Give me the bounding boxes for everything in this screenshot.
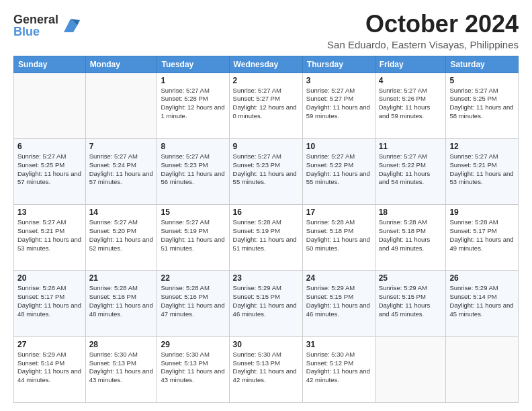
day-number: 7 [89, 142, 154, 151]
day-info: Sunrise: 5:28 AM Sunset: 5:16 PM Dayligh… [89, 284, 154, 318]
col-thursday: Thursday [302, 56, 375, 73]
day-number: 15 [161, 208, 225, 217]
day-number: 1 [161, 76, 225, 85]
day-info: Sunrise: 5:27 AM Sunset: 5:23 PM Dayligh… [161, 152, 225, 187]
calendar-cell: 11Sunrise: 5:27 AM Sunset: 5:22 PM Dayli… [375, 138, 446, 204]
calendar-cell: 19Sunrise: 5:28 AM Sunset: 5:17 PM Dayli… [446, 205, 519, 271]
day-info: Sunrise: 5:28 AM Sunset: 5:16 PM Dayligh… [161, 284, 225, 318]
day-number: 11 [379, 142, 443, 151]
calendar-cell: 8Sunrise: 5:27 AM Sunset: 5:23 PM Daylig… [157, 138, 229, 204]
day-info: Sunrise: 5:28 AM Sunset: 5:17 PM Dayligh… [17, 284, 82, 318]
header-row: Sunday Monday Tuesday Wednesday Thursday… [14, 56, 519, 73]
calendar-cell: 1Sunrise: 5:27 AM Sunset: 5:28 PM Daylig… [157, 73, 229, 138]
calendar-cell [14, 73, 86, 138]
calendar-cell: 22Sunrise: 5:28 AM Sunset: 5:16 PM Dayli… [157, 271, 229, 336]
day-info: Sunrise: 5:28 AM Sunset: 5:18 PM Dayligh… [379, 218, 443, 253]
calendar-cell: 12Sunrise: 5:27 AM Sunset: 5:21 PM Dayli… [446, 138, 519, 204]
calendar-cell: 20Sunrise: 5:28 AM Sunset: 5:17 PM Dayli… [14, 271, 86, 336]
calendar-cell: 21Sunrise: 5:28 AM Sunset: 5:16 PM Dayli… [85, 271, 157, 336]
calendar-cell: 7Sunrise: 5:27 AM Sunset: 5:24 PM Daylig… [85, 138, 157, 204]
col-friday: Friday [375, 56, 446, 73]
day-info: Sunrise: 5:27 AM Sunset: 5:22 PM Dayligh… [379, 152, 443, 187]
logo-icon [61, 16, 80, 35]
day-info: Sunrise: 5:28 AM Sunset: 5:17 PM Dayligh… [449, 218, 515, 253]
calendar-cell: 25Sunrise: 5:29 AM Sunset: 5:15 PM Dayli… [375, 271, 446, 336]
day-info: Sunrise: 5:29 AM Sunset: 5:14 PM Dayligh… [17, 351, 82, 385]
calendar-week-3: 13Sunrise: 5:27 AM Sunset: 5:21 PM Dayli… [14, 205, 519, 271]
calendar-header: Sunday Monday Tuesday Wednesday Thursday… [14, 56, 519, 73]
day-info: Sunrise: 5:27 AM Sunset: 5:21 PM Dayligh… [17, 218, 82, 253]
day-number: 8 [161, 142, 225, 151]
calendar-cell: 16Sunrise: 5:28 AM Sunset: 5:19 PM Dayli… [229, 205, 302, 271]
day-info: Sunrise: 5:27 AM Sunset: 5:22 PM Dayligh… [306, 152, 371, 187]
col-monday: Monday [85, 56, 157, 73]
calendar-cell: 30Sunrise: 5:30 AM Sunset: 5:13 PM Dayli… [229, 336, 302, 402]
calendar-cell: 26Sunrise: 5:29 AM Sunset: 5:14 PM Dayli… [446, 271, 519, 336]
calendar-cell: 4Sunrise: 5:27 AM Sunset: 5:26 PM Daylig… [375, 73, 446, 138]
col-saturday: Saturday [446, 56, 519, 73]
day-number: 21 [89, 273, 154, 283]
day-number: 24 [306, 273, 371, 283]
day-info: Sunrise: 5:27 AM Sunset: 5:25 PM Dayligh… [449, 87, 515, 121]
month-title: October 2024 [327, 11, 519, 38]
day-number: 6 [17, 142, 82, 151]
day-number: 17 [306, 208, 371, 217]
day-number: 30 [233, 340, 299, 349]
day-number: 25 [379, 273, 443, 283]
calendar-cell: 24Sunrise: 5:29 AM Sunset: 5:15 PM Dayli… [302, 271, 375, 336]
calendar-cell: 29Sunrise: 5:30 AM Sunset: 5:13 PM Dayli… [157, 336, 229, 402]
calendar-week-5: 27Sunrise: 5:29 AM Sunset: 5:14 PM Dayli… [14, 336, 519, 402]
day-info: Sunrise: 5:27 AM Sunset: 5:23 PM Dayligh… [233, 152, 299, 187]
day-number: 3 [306, 76, 371, 85]
day-number: 16 [233, 208, 299, 217]
calendar-cell: 28Sunrise: 5:30 AM Sunset: 5:13 PM Dayli… [85, 336, 157, 402]
calendar-cell: 3Sunrise: 5:27 AM Sunset: 5:27 PM Daylig… [302, 73, 375, 138]
day-number: 27 [17, 340, 82, 349]
subtitle: San Eduardo, Eastern Visayas, Philippine… [327, 39, 519, 50]
day-number: 4 [379, 76, 443, 85]
day-info: Sunrise: 5:28 AM Sunset: 5:19 PM Dayligh… [233, 218, 299, 253]
logo: General Blue [13, 13, 80, 38]
calendar-cell: 27Sunrise: 5:29 AM Sunset: 5:14 PM Dayli… [14, 336, 86, 402]
calendar-cell: 13Sunrise: 5:27 AM Sunset: 5:21 PM Dayli… [14, 205, 86, 271]
day-info: Sunrise: 5:27 AM Sunset: 5:28 PM Dayligh… [161, 87, 225, 121]
day-number: 28 [89, 340, 154, 349]
day-number: 26 [449, 273, 515, 283]
calendar-cell: 9Sunrise: 5:27 AM Sunset: 5:23 PM Daylig… [229, 138, 302, 204]
calendar-cell: 14Sunrise: 5:27 AM Sunset: 5:20 PM Dayli… [85, 205, 157, 271]
calendar-cell: 10Sunrise: 5:27 AM Sunset: 5:22 PM Dayli… [302, 138, 375, 204]
calendar-cell: 17Sunrise: 5:28 AM Sunset: 5:18 PM Dayli… [302, 205, 375, 271]
col-wednesday: Wednesday [229, 56, 302, 73]
calendar-cell: 23Sunrise: 5:29 AM Sunset: 5:15 PM Dayli… [229, 271, 302, 336]
day-info: Sunrise: 5:28 AM Sunset: 5:18 PM Dayligh… [306, 218, 371, 253]
day-info: Sunrise: 5:27 AM Sunset: 5:25 PM Dayligh… [17, 152, 82, 187]
calendar-cell: 31Sunrise: 5:30 AM Sunset: 5:12 PM Dayli… [302, 336, 375, 402]
calendar-cell [375, 336, 446, 402]
day-info: Sunrise: 5:27 AM Sunset: 5:19 PM Dayligh… [161, 218, 225, 253]
day-number: 10 [306, 142, 371, 151]
day-number: 22 [161, 273, 225, 283]
col-sunday: Sunday [14, 56, 86, 73]
day-number: 31 [306, 340, 371, 349]
day-info: Sunrise: 5:27 AM Sunset: 5:24 PM Dayligh… [89, 152, 154, 187]
calendar-cell [85, 73, 157, 138]
calendar-week-4: 20Sunrise: 5:28 AM Sunset: 5:17 PM Dayli… [14, 271, 519, 336]
calendar-cell: 2Sunrise: 5:27 AM Sunset: 5:27 PM Daylig… [229, 73, 302, 138]
logo-general: General [13, 13, 58, 26]
col-tuesday: Tuesday [157, 56, 229, 73]
day-info: Sunrise: 5:27 AM Sunset: 5:27 PM Dayligh… [306, 87, 371, 121]
day-info: Sunrise: 5:27 AM Sunset: 5:27 PM Dayligh… [233, 87, 299, 121]
day-info: Sunrise: 5:30 AM Sunset: 5:13 PM Dayligh… [161, 351, 225, 385]
calendar-cell: 18Sunrise: 5:28 AM Sunset: 5:18 PM Dayli… [375, 205, 446, 271]
day-info: Sunrise: 5:29 AM Sunset: 5:15 PM Dayligh… [379, 284, 443, 318]
day-number: 2 [233, 76, 299, 85]
calendar-cell: 15Sunrise: 5:27 AM Sunset: 5:19 PM Dayli… [157, 205, 229, 271]
day-number: 18 [379, 208, 443, 217]
day-number: 12 [449, 142, 515, 151]
day-number: 20 [17, 273, 82, 283]
calendar-cell: 5Sunrise: 5:27 AM Sunset: 5:25 PM Daylig… [446, 73, 519, 138]
day-info: Sunrise: 5:27 AM Sunset: 5:21 PM Dayligh… [449, 152, 515, 187]
day-info: Sunrise: 5:27 AM Sunset: 5:26 PM Dayligh… [379, 87, 443, 121]
logo-text: General Blue [13, 13, 58, 38]
title-block: October 2024 San Eduardo, Eastern Visaya… [327, 11, 519, 50]
